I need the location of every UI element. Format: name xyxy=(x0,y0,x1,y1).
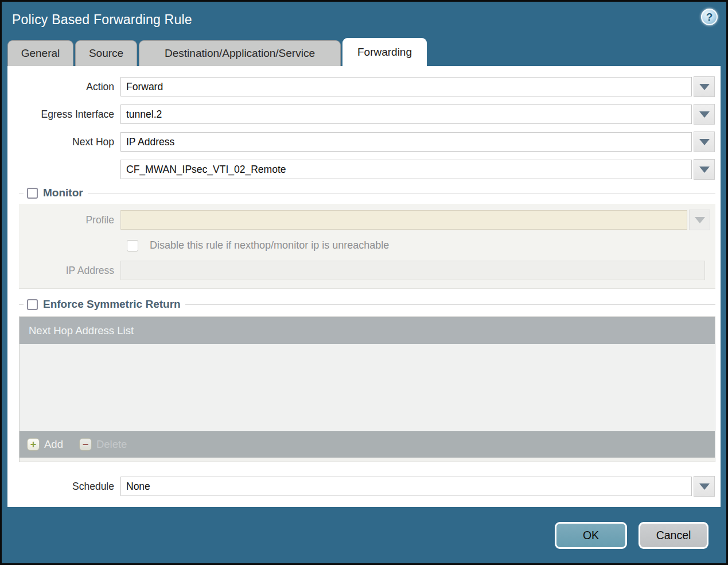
next-hop-row: Next Hop IP Address xyxy=(7,131,715,152)
action-select[interactable]: Forward xyxy=(120,77,692,96)
esr-legend-row: Enforce Symmetric Return xyxy=(19,298,715,311)
schedule-dropdown-button[interactable] xyxy=(694,476,715,497)
add-button[interactable]: + Add xyxy=(27,438,63,451)
legend-line xyxy=(19,193,24,194)
table-body-empty[interactable] xyxy=(20,344,715,431)
enforce-symmetric-return-checkbox[interactable] xyxy=(27,299,38,310)
forwarding-tab-panel: Action Forward Egress Interface tunnel.2… xyxy=(7,66,721,507)
next-hop-address-list-table: Next Hop Address List + Add − Delete xyxy=(19,316,715,462)
table-header-next-hop-address-list: Next Hop Address List xyxy=(20,317,715,344)
minus-icon: − xyxy=(79,438,92,451)
egress-interface-select[interactable]: tunnel.2 xyxy=(120,105,692,124)
next-hop-select[interactable]: IP Address xyxy=(120,132,692,152)
monitor-legend-label: Monitor xyxy=(43,187,83,199)
disable-rule-label: Disable this rule if nexthop/monitor ip … xyxy=(150,239,389,251)
schedule-row: Schedule None xyxy=(7,476,715,497)
dialog-titlebar: Policy Based Forwarding Rule ? xyxy=(2,2,726,37)
delete-button: − Delete xyxy=(79,438,127,451)
dialog-footer: OK Cancel xyxy=(2,507,726,563)
tabstrip: General Source Destination/Application/S… xyxy=(2,37,726,66)
add-button-label: Add xyxy=(44,438,63,451)
monitor-checkbox[interactable] xyxy=(27,188,38,199)
egress-interface-label: Egress Interface xyxy=(7,109,120,121)
monitor-section: Monitor Profile xyxy=(19,187,715,289)
next-hop-label: Next Hop xyxy=(7,136,120,148)
tab-general[interactable]: General xyxy=(7,40,73,66)
monitor-profile-label: Profile xyxy=(19,214,120,226)
next-hop-address-dropdown-button[interactable] xyxy=(694,159,715,180)
chevron-down-icon xyxy=(695,217,705,223)
action-dropdown-button[interactable] xyxy=(694,76,715,97)
esr-legend: Enforce Symmetric Return xyxy=(24,298,185,311)
egress-interface-dropdown-button[interactable] xyxy=(694,104,715,125)
tab-destination-application-service[interactable]: Destination/Application/Service xyxy=(139,40,341,66)
monitor-ip-address-row: IP Address xyxy=(19,261,710,280)
schedule-select[interactable]: None xyxy=(120,477,692,496)
monitor-panel: Profile Disable this rule if nexthop/mon… xyxy=(19,204,715,289)
legend-line xyxy=(19,304,24,305)
delete-button-label: Delete xyxy=(96,438,127,451)
chevron-down-icon xyxy=(699,483,710,490)
dialog-title: Policy Based Forwarding Rule xyxy=(12,12,192,28)
cancel-button[interactable]: Cancel xyxy=(639,522,708,549)
action-row: Action Forward xyxy=(7,76,715,97)
legend-line xyxy=(88,193,715,194)
chevron-down-icon xyxy=(699,111,710,118)
monitor-legend-row: Monitor xyxy=(19,187,715,199)
next-hop-dropdown-button[interactable] xyxy=(694,131,715,152)
table-footer: + Add − Delete xyxy=(20,431,715,458)
enforce-symmetric-return-section: Enforce Symmetric Return Next Hop Addres… xyxy=(19,298,715,462)
monitor-ip-address-input xyxy=(120,261,705,280)
monitor-profile-row: Profile xyxy=(19,210,710,230)
monitor-profile-dropdown-button xyxy=(689,210,710,230)
tab-source[interactable]: Source xyxy=(75,40,137,66)
legend-line xyxy=(185,304,715,305)
monitor-profile-select xyxy=(120,210,687,230)
next-hop-address-select[interactable]: CF_MWAN_IPsec_VTI_02_Remote xyxy=(120,160,692,179)
next-hop-address-row: CF_MWAN_IPsec_VTI_02_Remote xyxy=(7,159,715,180)
chevron-down-icon xyxy=(699,84,710,90)
tab-forwarding[interactable]: Forwarding xyxy=(342,38,427,66)
disable-rule-checkbox xyxy=(127,240,138,251)
disable-rule-row: Disable this rule if nexthop/monitor ip … xyxy=(127,239,710,251)
monitor-legend: Monitor xyxy=(24,187,88,199)
monitor-ip-address-label: IP Address xyxy=(19,265,120,277)
help-icon[interactable]: ? xyxy=(701,9,718,25)
table-bottom-strip xyxy=(20,458,715,462)
plus-icon: + xyxy=(27,438,40,451)
esr-legend-label: Enforce Symmetric Return xyxy=(43,298,181,311)
chevron-down-icon xyxy=(699,167,710,173)
action-label: Action xyxy=(7,81,120,93)
schedule-label: Schedule xyxy=(7,481,120,493)
chevron-down-icon xyxy=(699,139,710,145)
ok-button[interactable]: OK xyxy=(555,522,627,549)
policy-based-forwarding-dialog: Policy Based Forwarding Rule ? General S… xyxy=(0,0,728,565)
egress-interface-row: Egress Interface tunnel.2 xyxy=(7,104,715,125)
